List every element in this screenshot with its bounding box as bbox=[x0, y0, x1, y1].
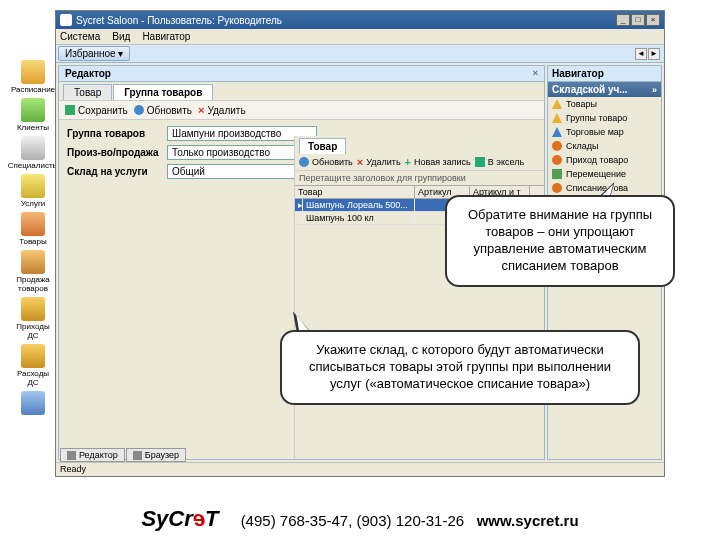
app-left-toolbar: Расписание Клиенты Специалисты Услуги То… bbox=[12, 60, 54, 416]
nav-item[interactable]: Склады bbox=[548, 139, 661, 153]
nav-section-head[interactable]: Складской уч...» bbox=[548, 82, 661, 97]
tab-tovar[interactable]: Товар bbox=[63, 84, 112, 100]
logo: SyCreT bbox=[141, 506, 218, 531]
sub-toolbar: Обновить ×Удалить +Новая запись В эксель bbox=[295, 154, 544, 171]
lt-services[interactable]: Услуги bbox=[21, 174, 46, 208]
group-label: Группа товаров bbox=[67, 128, 167, 139]
window-title: Sycret Saloon - Пользователь: Руководите… bbox=[76, 15, 282, 26]
refresh-button[interactable]: Обновить bbox=[134, 105, 192, 116]
nav-item[interactable]: Товары bbox=[548, 97, 661, 111]
callout-groups: Обратите внимание на группы товаров – он… bbox=[445, 195, 675, 287]
lt-specialists[interactable]: Специалисты bbox=[8, 136, 59, 170]
menu-view[interactable]: Вид bbox=[112, 31, 130, 42]
sub-excel[interactable]: В эксель bbox=[475, 157, 524, 167]
save-button[interactable]: Сохранить bbox=[65, 105, 128, 116]
footer-phones: (495) 768-35-47, (903) 120-31-26 bbox=[241, 512, 464, 529]
statusbar: Ready bbox=[56, 462, 664, 476]
delete-button[interactable]: ×Удалить bbox=[198, 104, 246, 116]
favorites-button[interactable]: Избранное ▾ bbox=[58, 46, 130, 61]
editor-title: Редактор× bbox=[59, 66, 544, 82]
nav-title: Навигатор bbox=[548, 66, 661, 82]
lt-expense[interactable]: Расходы ДС bbox=[12, 344, 54, 387]
app-icon bbox=[60, 14, 72, 26]
prod-label: Произ-во/продажа bbox=[67, 147, 167, 158]
footer-url: www.sycret.ru bbox=[477, 512, 579, 529]
editor-toolbar: Сохранить Обновить ×Удалить bbox=[59, 100, 544, 120]
nav-item[interactable]: Приход товаро bbox=[548, 153, 661, 167]
sub-pane: Товар Обновить ×Удалить +Новая запись В … bbox=[294, 136, 544, 459]
menu-navigator[interactable]: Навигатор bbox=[142, 31, 190, 42]
menubar: Система Вид Навигатор bbox=[56, 29, 664, 45]
sub-delete[interactable]: ×Удалить bbox=[357, 156, 401, 168]
lt-schedule[interactable]: Расписание bbox=[11, 60, 55, 94]
group-hint: Перетащите заголовок для группировки bbox=[295, 171, 544, 185]
editor-tabs: Товар Группа товаров bbox=[59, 82, 544, 100]
sub-new[interactable]: +Новая запись bbox=[405, 156, 471, 168]
favorites-bar: Избранное ▾ ◄ ► bbox=[56, 45, 664, 63]
titlebar: Sycret Saloon - Пользователь: Руководите… bbox=[56, 11, 664, 29]
bottom-tabs: Редактор Браузер bbox=[60, 448, 186, 462]
btab-editor[interactable]: Редактор bbox=[60, 448, 125, 462]
col-name[interactable]: Товар bbox=[295, 186, 415, 198]
menu-system[interactable]: Система bbox=[60, 31, 100, 42]
lt-clients[interactable]: Клиенты bbox=[17, 98, 49, 132]
close-button[interactable]: × bbox=[646, 14, 660, 26]
lt-goods[interactable]: Товары bbox=[19, 212, 47, 246]
nav-prev[interactable]: ◄ bbox=[635, 48, 647, 60]
max-button[interactable]: □ bbox=[631, 14, 645, 26]
sklad-label: Склад на услуги bbox=[67, 166, 167, 177]
callout-warehouse: Укажите склад, с которого будут автомати… bbox=[280, 330, 640, 405]
nav-item[interactable]: Группы товаро bbox=[548, 111, 661, 125]
editor-close[interactable]: × bbox=[533, 68, 538, 79]
nav-next[interactable]: ► bbox=[648, 48, 660, 60]
lt-income[interactable]: Приходы ДС bbox=[12, 297, 54, 340]
nav-item[interactable]: Торговые мар bbox=[548, 125, 661, 139]
sub-tab-tovar[interactable]: Товар bbox=[299, 138, 346, 154]
btab-browser[interactable]: Браузер bbox=[126, 448, 186, 462]
sub-refresh[interactable]: Обновить bbox=[299, 157, 353, 167]
footer: SyCreT (495) 768-35-47, (903) 120-31-26 … bbox=[0, 506, 720, 532]
tab-group[interactable]: Группа товаров bbox=[113, 84, 213, 100]
lt-sales[interactable]: Продажа товаров bbox=[12, 250, 54, 293]
lt-more[interactable] bbox=[21, 391, 45, 416]
min-button[interactable]: _ bbox=[616, 14, 630, 26]
